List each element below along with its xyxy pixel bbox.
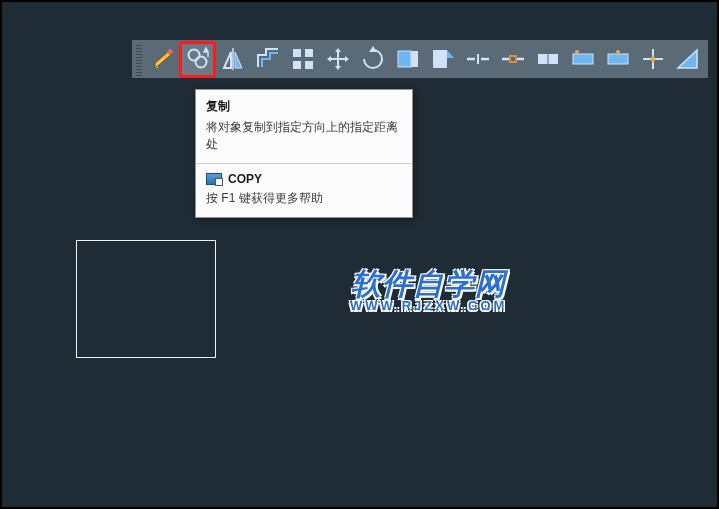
- svg-point-28: [575, 50, 579, 54]
- break-icon: [500, 46, 526, 72]
- svg-rect-24: [510, 56, 516, 62]
- watermark-main: 软件自学网: [350, 268, 507, 300]
- watermark: 软件自学网 WWW.RJZXW.COM: [350, 268, 507, 313]
- tooltip-command-row: COPY: [206, 172, 402, 186]
- join-icon: [535, 46, 561, 72]
- fillet-tool[interactable]: [601, 43, 634, 76]
- move-tool[interactable]: [146, 43, 179, 76]
- extend-icon: [430, 46, 456, 72]
- rotate-icon: [360, 46, 386, 72]
- svg-marker-34: [678, 50, 697, 68]
- offset-icon: [255, 46, 281, 72]
- copy-tool[interactable]: [181, 43, 214, 76]
- svg-rect-29: [608, 54, 628, 64]
- svg-marker-14: [369, 46, 377, 52]
- trim-tool[interactable]: [391, 43, 424, 76]
- drawing-canvas[interactable]: 复制 将对象复制到指定方向上的指定距离处 COPY 按 F1 键获得更多帮助 软…: [0, 0, 719, 509]
- explode-tool[interactable]: [636, 43, 669, 76]
- svg-rect-27: [573, 54, 593, 64]
- watermark-sub: WWW.RJZXW.COM: [350, 298, 507, 313]
- command-icon: [206, 173, 222, 185]
- mirror-icon: [220, 46, 246, 72]
- tooltip-title: 复制: [206, 98, 402, 115]
- join-tool[interactable]: [531, 43, 564, 76]
- mirror-tool[interactable]: [216, 43, 249, 76]
- scale-icon: [675, 46, 701, 72]
- copy-circles-icon: [185, 46, 211, 72]
- svg-rect-15: [398, 51, 411, 67]
- svg-rect-11: [305, 61, 313, 69]
- array-tool[interactable]: [286, 43, 319, 76]
- move-arrows-icon: [325, 46, 351, 72]
- svg-marker-33: [650, 55, 656, 63]
- tooltip-popup: 复制 将对象复制到指定方向上的指定距离处 COPY 按 F1 键获得更多帮助: [195, 89, 413, 218]
- break-point-tool[interactable]: [461, 43, 494, 76]
- offset-tool[interactable]: [251, 43, 284, 76]
- modify-toolbar: [132, 40, 708, 78]
- extend-tool[interactable]: [426, 43, 459, 76]
- move-pencil-icon: [150, 46, 176, 72]
- svg-point-4: [195, 57, 206, 68]
- toolbar-handle[interactable]: [136, 43, 142, 76]
- svg-rect-9: [305, 49, 313, 57]
- svg-rect-10: [293, 61, 301, 69]
- break-tool[interactable]: [496, 43, 529, 76]
- break-point-icon: [465, 46, 491, 72]
- move-tool-2[interactable]: [321, 43, 354, 76]
- chamfer-tool[interactable]: [566, 43, 599, 76]
- rotate-tool[interactable]: [356, 43, 389, 76]
- array-icon: [290, 46, 316, 72]
- explode-icon: [640, 46, 666, 72]
- svg-point-3: [188, 50, 199, 61]
- fillet-b-icon: [605, 46, 631, 72]
- scale-tool[interactable]: [671, 43, 704, 76]
- tooltip-command-label: COPY: [228, 172, 262, 186]
- svg-rect-8: [293, 49, 301, 57]
- svg-rect-16: [411, 51, 418, 67]
- trim-icon: [395, 46, 421, 72]
- chamfer-a-icon: [570, 46, 596, 72]
- svg-marker-18: [447, 50, 454, 58]
- tooltip-help-text: 按 F1 键获得更多帮助: [206, 190, 402, 207]
- svg-marker-7: [235, 52, 242, 68]
- drawn-rectangle[interactable]: [76, 240, 216, 358]
- svg-marker-6: [224, 52, 231, 68]
- tooltip-description: 将对象复制到指定方向上的指定距离处: [206, 119, 402, 153]
- svg-point-30: [616, 50, 620, 54]
- svg-marker-17: [433, 50, 447, 68]
